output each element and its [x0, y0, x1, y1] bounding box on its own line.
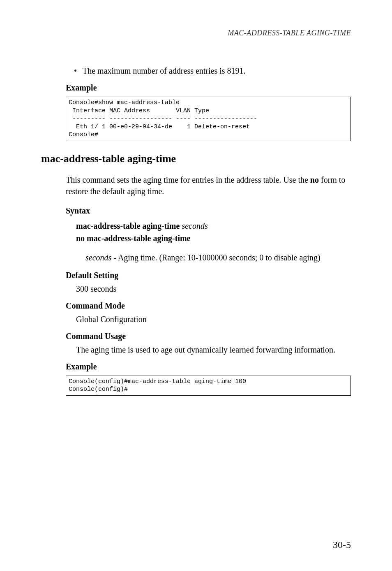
command-usage-text: The aging time is used to age out dynami… — [76, 345, 351, 355]
description-no-keyword: no — [310, 175, 319, 184]
example-heading-1: Example — [66, 83, 351, 93]
syntax-heading: Syntax — [66, 206, 351, 216]
command-mode-heading: Command Mode — [66, 301, 351, 311]
command-mode-value: Global Configuration — [76, 315, 351, 324]
bullet-dot: • — [74, 66, 77, 76]
description-part1: This command sets the aging time for ent… — [66, 175, 310, 184]
page-header: MAC-ADDRESS-TABLE AGING-TIME — [41, 29, 351, 37]
syntax-lines: mac-address-table aging-time seconds no … — [76, 220, 351, 244]
command-title: mac-address-table aging-time — [41, 153, 351, 165]
default-setting-heading: Default Setting — [66, 271, 351, 280]
command-description: This command sets the aging time for ent… — [66, 174, 351, 197]
bullet-text: The maximum number of address entries is… — [83, 66, 246, 76]
example-code-2: Console(config)#mac-address-table aging-… — [66, 376, 351, 396]
syntax-line2: no mac-address-table aging-time — [76, 234, 191, 243]
param-text: - Aging time. (Range: 10-1000000 seconds… — [111, 253, 320, 262]
param-description: seconds - Aging time. (Range: 10-1000000… — [85, 252, 351, 263]
example-heading-2: Example — [66, 362, 351, 371]
default-setting-value: 300 seconds — [76, 284, 351, 294]
syntax-line1-cmd: mac-address-table aging-time — [76, 221, 180, 230]
bullet-item: • The maximum number of address entries … — [74, 66, 351, 76]
param-name: seconds — [85, 253, 111, 262]
syntax-line1-param: seconds — [182, 221, 208, 230]
command-usage-heading: Command Usage — [66, 332, 351, 341]
example-code-1: Console#show mac-address-table Interface… — [66, 97, 351, 141]
page-number: 30-5 — [333, 539, 351, 550]
